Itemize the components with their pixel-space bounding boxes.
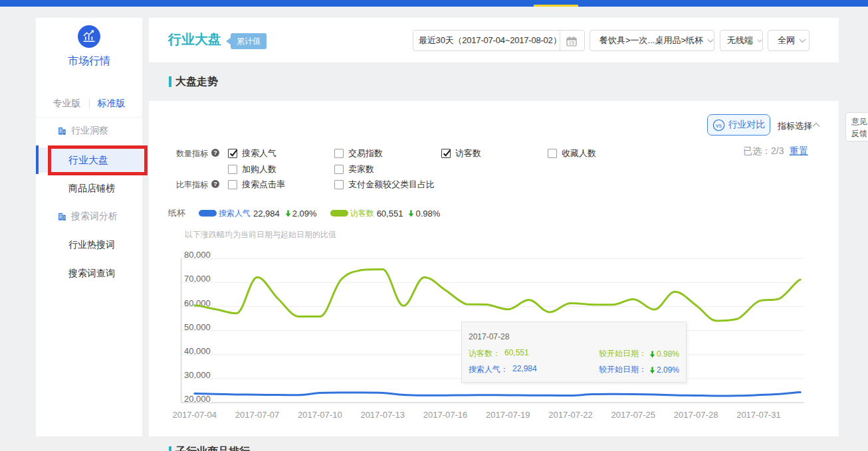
date-range-value: 最近30天（2017-07-04~2017-08-02） (413, 35, 561, 46)
section-title: 大盘走势 (175, 75, 218, 89)
category-selector[interactable]: 餐饮具>一次...桌用品>纸杯 (590, 30, 714, 51)
tooltip-series-value: 22,984 (512, 364, 537, 375)
section-header-trend: 大盘走势 (169, 71, 218, 92)
sidebar-item-product-shop-ranking[interactable]: 商品店铺榜 (36, 175, 142, 201)
menu-group-label[interactable]: 搜索词分析 (71, 211, 118, 223)
building-icon (57, 212, 66, 221)
terminal-value: 无线端 (727, 35, 753, 46)
tooltip-delta-value: 2.09% (657, 365, 679, 375)
chevron-down-icon (757, 39, 762, 43)
red-annotation-box (48, 145, 148, 175)
version-tabs: 专业版 标准版 (36, 98, 142, 110)
tooltip-compare: 较开始日期： 2.09% (599, 364, 679, 375)
date-box-divider (560, 31, 560, 50)
top-nav-active-tab-indicator (534, 5, 578, 7)
tooltip-delta-value: 0.98% (657, 349, 679, 359)
sidebar: 市场行情 专业版 标准版 行业洞察 行业大盘 商品店铺榜 搜索词分析 (36, 18, 142, 451)
market-quotes-logo (78, 25, 100, 48)
trend-chart-icon (78, 26, 100, 47)
tooltip-compare: 较开始日期： 0.98% (599, 348, 679, 359)
bottom-band (0, 436, 868, 451)
terminal-selector[interactable]: 无线端 (720, 30, 763, 51)
version-tabs-divider (89, 99, 90, 108)
feedback-label-line2: 反馈 (851, 128, 868, 139)
menu-group-label[interactable]: 行业洞察 (71, 125, 108, 137)
sidebar-separator (36, 117, 142, 118)
tooltip-series-value: 60,551 (504, 348, 529, 359)
tooltip-series-name: 访客数： (469, 348, 500, 359)
section-header-subindustry: 子行业商品排行 (169, 445, 250, 451)
tab-professional[interactable]: 专业版 (53, 98, 81, 110)
sidebar-item-search-word-query[interactable]: 搜索词查询 (36, 260, 142, 286)
feedback-button[interactable]: 意见 反馈 (845, 112, 868, 141)
chevron-down-icon (707, 39, 714, 43)
trend-chart-panel: vs 行业对比 指标选择 数量指标 ? 比率指标 ? 搜索人气 交易指数 访客数… (149, 101, 839, 436)
arrow-down-icon (649, 351, 655, 358)
feedback-label-line1: 意见 (851, 116, 868, 128)
page-title: 行业大盘 (168, 31, 221, 48)
calendar-icon[interactable]: 15 (566, 36, 577, 46)
scope-value: 全网 (778, 35, 795, 46)
tooltip-compare-label: 较开始日期： (599, 364, 647, 375)
trend-line-chart[interactable] (149, 101, 839, 438)
tooltip-row: 搜索人气： 22,984 较开始日期： 2.09% (469, 364, 688, 375)
tooltip-compare-label: 较开始日期： (599, 348, 647, 359)
category-value: 餐饮具>一次...桌用品>纸杯 (599, 35, 703, 46)
menu-group-industry-insight: 行业洞察 (57, 124, 142, 137)
tab-standard[interactable]: 标准版 (98, 98, 126, 110)
arrow-down-icon (649, 367, 655, 374)
section-marker (169, 446, 171, 451)
tooltip-series-name: 搜索人气： (469, 364, 508, 375)
section-title: 子行业商品排行 (175, 445, 250, 451)
tooltip-row: 访客数： 60,551 较开始日期： 0.98% (469, 348, 688, 359)
section-marker (169, 76, 171, 87)
top-nav-bar (0, 0, 868, 7)
sidebar-item-industry-hot-words[interactable]: 行业热搜词 (36, 232, 142, 257)
date-range-selector[interactable]: 最近30天（2017-07-04~2017-08-02） 15 (413, 30, 585, 51)
svg-text:15: 15 (569, 40, 574, 46)
chevron-down-icon (799, 39, 806, 43)
scope-selector[interactable]: 全网 (768, 30, 810, 51)
chart-tooltip: 2017-07-28 访客数： 60,551 较开始日期： 0.98% 搜索人气… (461, 321, 687, 383)
tooltip-date: 2017-07-28 (469, 332, 509, 341)
menu-group-search-word-analysis: 搜索词分析 (57, 210, 142, 223)
building-icon (57, 126, 66, 135)
product-name: 市场行情 (36, 54, 142, 68)
cumulative-value-badge: 累计值 (231, 33, 267, 49)
page-header: 行业大盘 累计值 最近30天（2017-07-04~2017-08-02） 15… (149, 18, 839, 62)
